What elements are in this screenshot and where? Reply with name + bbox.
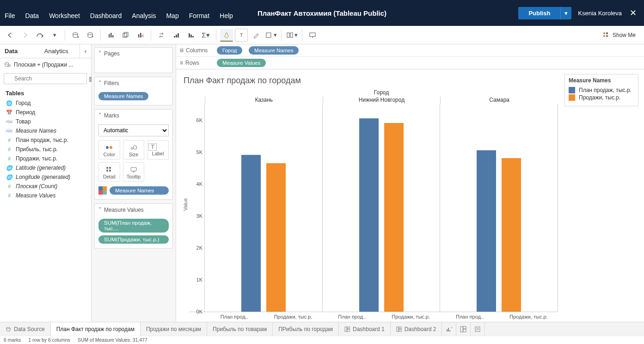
color-legend[interactable]: Measure Names План продаж, тыс.р.Продажи… (564, 74, 638, 106)
marks-color-pill[interactable]: Measure Names (110, 186, 169, 195)
field-latitude-(generated)[interactable]: 🌐Latitude (generated) (0, 163, 91, 172)
sheet-tab[interactable]: ПРибыль по городам (273, 322, 339, 336)
bar[interactable] (241, 155, 261, 311)
svg-point-37 (6, 327, 10, 329)
save-button[interactable] (33, 29, 46, 42)
clear-button[interactable] (134, 29, 147, 42)
bar[interactable] (384, 123, 404, 311)
pages-card[interactable]: ˅Pages (94, 47, 173, 73)
sheet-tab[interactable]: Dashboard 1 (339, 322, 391, 336)
menu-dashboard[interactable]: Dashboard (90, 12, 122, 19)
field-товар[interactable]: AbcТовар (0, 117, 91, 126)
new-story-tab-button[interactable] (471, 322, 485, 336)
menu-map[interactable]: Map (166, 12, 178, 19)
field-продажи,-тыс.р.[interactable]: #Продажи, тыс.р. (0, 154, 91, 163)
close-icon[interactable]: ✕ (628, 8, 638, 18)
sort-asc-button[interactable] (170, 29, 183, 42)
svg-rect-18 (192, 36, 194, 37)
field-measure-names[interactable]: AbcMeasure Names (0, 126, 91, 135)
sort-desc-button[interactable] (184, 29, 197, 42)
undo-button[interactable] (4, 29, 17, 42)
rows-shelf[interactable]: ≡Rows Measure Values (176, 57, 644, 69)
filters-card[interactable]: ˅Filters Measure Names (94, 77, 173, 105)
bar[interactable] (502, 158, 521, 311)
columns-pill-measure-names[interactable]: Measure Names (249, 46, 299, 55)
menu-analysis[interactable]: Analysis (132, 12, 156, 19)
marks-card[interactable]: ˅Marks Automatic Color Size TLabel Detai… (94, 109, 173, 200)
marks-label-button[interactable]: TLabel (147, 140, 169, 160)
y-tick: 6K (196, 117, 202, 123)
fields-list: 🌐Город📅ПериодAbcТоварAbcMeasure Names#Пл… (0, 98, 91, 200)
new-data-source-button[interactable] (69, 29, 82, 42)
label-toggle-button[interactable]: T (235, 29, 248, 42)
mv-pill-2[interactable]: SUM(Продажи, тыс.р.) (98, 235, 169, 244)
tab-data-source[interactable]: Data Source (0, 322, 51, 336)
data-source-item[interactable]: Плоская + (Продажи ... (0, 58, 91, 71)
totals-button[interactable]: Σ▾ (199, 29, 212, 42)
sheet-tab[interactable]: Прибыль по товарам (207, 322, 273, 336)
publish-button[interactable]: Publish (518, 7, 560, 19)
mv-pill-1[interactable]: SUM(План продаж, тыс.... (98, 219, 169, 233)
rows-pill-measure-values[interactable]: Measure Values (217, 59, 266, 67)
show-cards-button[interactable]: ▾ (285, 29, 298, 42)
filters-label: Filters (104, 80, 119, 86)
chart[interactable]: Город КазаньНижний НовгородСамара 0K1K2K… (189, 89, 558, 320)
svg-rect-34 (106, 170, 108, 172)
publish-dropdown[interactable]: ▾ (560, 7, 571, 19)
new-worksheet-button[interactable] (104, 29, 117, 42)
sheet-tab[interactable]: Продажи по месяцам (141, 322, 207, 336)
tab-data[interactable]: Data (0, 44, 40, 58)
menu-file[interactable]: File (5, 12, 15, 19)
presentation-button[interactable] (306, 29, 319, 42)
bar[interactable] (477, 150, 496, 312)
columns-pill-city[interactable]: Город (217, 46, 242, 55)
marks-color-button[interactable]: Color (98, 140, 120, 160)
svg-rect-9 (138, 34, 140, 37)
menu-format[interactable]: Format (189, 12, 209, 19)
globe-icon: 🌐 (6, 100, 13, 106)
marks-detail-button[interactable]: Detail (98, 162, 120, 182)
field-период[interactable]: 📅Период (0, 108, 91, 117)
highlight-button[interactable] (220, 29, 233, 42)
bar[interactable] (359, 118, 379, 312)
collapse-panel-button[interactable]: ‹ (80, 44, 91, 58)
show-me-button[interactable]: Show Me (602, 31, 640, 39)
menu-worksheet[interactable]: Worksheet (49, 12, 80, 19)
fit-dropdown[interactable]: ▾ (264, 29, 277, 42)
redo-button[interactable] (18, 29, 31, 42)
legend-item[interactable]: Продажи, тыс.р. (569, 94, 634, 101)
pause-updates-button[interactable] (84, 29, 97, 42)
legend-item[interactable]: План продаж, тыс.р. (569, 86, 634, 94)
field-план-продаж,-тыс.р.[interactable]: #План продаж, тыс.р. (0, 135, 91, 145)
field-прибыль,-тыс.р.[interactable]: #Прибыль, тыс.р. (0, 145, 91, 154)
field-longitude-(generated)[interactable]: 🌐Longitude (generated) (0, 172, 91, 182)
svg-rect-13 (174, 36, 175, 37)
column-header: Нижний Новгород (323, 97, 441, 104)
sheet-tab[interactable]: План Факт продаж по городам (51, 322, 141, 336)
viz-title[interactable]: План Факт продаж по городам (182, 74, 558, 89)
bar[interactable] (266, 163, 286, 312)
marks-tooltip-button[interactable]: Tooltip (123, 162, 145, 182)
columns-shelf[interactable]: iiiColumns Город Measure Names (176, 44, 644, 57)
menu-help[interactable]: Help (220, 12, 233, 19)
field-measure-values[interactable]: #Measure Values (0, 191, 91, 200)
filter-pill-measure-names[interactable]: Measure Names (98, 92, 148, 100)
field-плоская-(count)[interactable]: #Плоская (Count) (0, 182, 91, 191)
field-город[interactable]: 🌐Город (0, 98, 91, 108)
menu-data[interactable]: Data (25, 12, 39, 19)
new-worksheet-tab-button[interactable]: + (442, 322, 456, 336)
rows-label: Rows (185, 60, 199, 66)
sheet-tab[interactable]: Dashboard 2 (391, 322, 442, 336)
marks-size-button[interactable]: Size (123, 140, 145, 160)
user-name[interactable]: Ksenia Koroleva (578, 10, 622, 17)
measure-values-card[interactable]: ˅Measure Values SUM(План продаж, тыс....… (94, 203, 173, 249)
format-button[interactable] (250, 29, 263, 42)
swap-button[interactable] (155, 29, 168, 42)
tab-analytics[interactable]: Analytics (40, 44, 80, 58)
marks-type-select[interactable]: Automatic (98, 124, 169, 136)
duplicate-button[interactable] (119, 29, 132, 42)
datasource-icon (6, 326, 11, 332)
toolbar-dd-1[interactable]: ▾ (48, 29, 61, 42)
new-dashboard-tab-button[interactable] (456, 322, 471, 336)
search-input[interactable] (4, 73, 87, 84)
